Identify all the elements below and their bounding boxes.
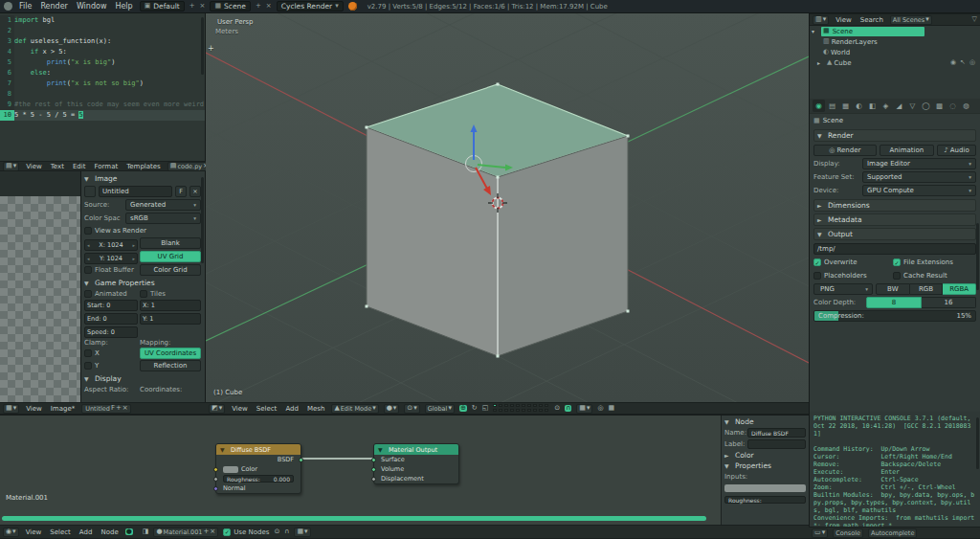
output-node-header[interactable]: ▼ Material Output: [374, 444, 458, 455]
translate-manipulator-icon[interactable]: ⊕: [459, 405, 467, 412]
animation-button[interactable]: Animation: [880, 145, 934, 156]
image-datablock[interactable]: Untitled F + ×: [81, 404, 131, 414]
layer-button[interactable]: [504, 409, 508, 412]
expand-icon[interactable]: ▾: [812, 28, 819, 34]
roughness-input-socket[interactable]: [213, 477, 218, 482]
menu-select[interactable]: Select: [48, 528, 73, 536]
app-icon[interactable]: [4, 2, 12, 11]
material-tab-icon[interactable]: ◯: [920, 100, 932, 112]
menu-format[interactable]: Format: [93, 163, 121, 170]
viewport-shading-select[interactable]: ● ▾: [384, 404, 400, 414]
node-editor[interactable]: ▼ Diffuse BSDF BSDF Color Roughness: 0.0…: [0, 415, 809, 525]
image-name-field[interactable]: Untitled: [99, 186, 172, 197]
modifiers-tab-icon[interactable]: ◢: [893, 100, 905, 112]
layer-button[interactable]: [545, 409, 548, 412]
layer-button[interactable]: [539, 409, 543, 412]
layer-button[interactable]: [527, 409, 531, 412]
generated-type-color-grid-button[interactable]: Color Grid: [140, 264, 201, 276]
menu-text[interactable]: Text: [49, 163, 66, 170]
color-mode-rgb-button[interactable]: RGB: [910, 283, 944, 295]
increment-icon[interactable]: ▸: [132, 256, 135, 261]
roughness-slider[interactable]: Roughness: 0.000: [223, 475, 294, 483]
decrement-icon[interactable]: ◂: [87, 242, 90, 248]
render-opengl-icon[interactable]: ◎: [597, 405, 603, 412]
text-editor[interactable]: 1import bgl23def useless_function(x):4 i…: [0, 13, 206, 161]
view-as-render-toggle[interactable]: View as Render: [84, 225, 201, 236]
layer-button[interactable]: [510, 409, 514, 412]
collapse-node-icon[interactable]: ▼: [378, 446, 386, 453]
menu-view[interactable]: View: [24, 528, 44, 536]
particles-tab-icon[interactable]: ◌: [947, 100, 959, 112]
use-nodes-toggle[interactable]: ✓ Use Nodes: [223, 528, 269, 536]
output-path-field[interactable]: /tmp/: [813, 243, 976, 255]
display-select[interactable]: Image Editor ▾: [862, 158, 976, 169]
color-mode-bw-button[interactable]: BW: [876, 283, 910, 295]
outliner-row-render-layers[interactable]: ▥ RenderLayers: [810, 36, 980, 47]
image-props-scrollbar[interactable]: [201, 177, 204, 263]
editor-type-3d-button[interactable]: ◩ ▾: [209, 404, 225, 414]
display-mode-select[interactable]: All Scenes ▾: [890, 15, 932, 25]
pin-icon[interactable]: ⊙: [274, 528, 279, 535]
layer-button[interactable]: [493, 409, 497, 412]
world-tab-icon[interactable]: ◐: [853, 100, 865, 112]
mapping-reflection-button[interactable]: Reflection: [140, 360, 201, 371]
source-select[interactable]: Generated ▾: [125, 199, 201, 211]
menu-add[interactable]: Add: [78, 528, 95, 536]
unlink-image-icon[interactable]: ×: [122, 405, 128, 412]
fake-user-icon[interactable]: F: [111, 405, 115, 412]
scene-tab-icon[interactable]: ▦: [839, 100, 852, 112]
feature-set-select[interactable]: Supported ▾: [862, 171, 976, 183]
decrement-icon[interactable]: ◂: [87, 256, 90, 261]
selectable-icon[interactable]: ↖: [960, 59, 966, 66]
code-line[interactable]: 5 print("x is big"): [0, 57, 205, 68]
width-field[interactable]: ◂ X: 1024 ▸: [84, 239, 138, 251]
texture-nodes-icon[interactable]: ◨: [143, 528, 149, 535]
surface-input-socket[interactable]: [371, 458, 376, 462]
tiles-y-field[interactable]: Y: 1: [140, 313, 201, 325]
menu-node[interactable]: Node: [99, 528, 120, 536]
object-data-tab-icon[interactable]: ▽: [906, 100, 919, 112]
increment-icon[interactable]: ▸: [132, 242, 135, 248]
add-scene-icon[interactable]: +: [256, 3, 261, 10]
hide-icon[interactable]: ◉: [950, 59, 956, 66]
layer-button[interactable]: [516, 404, 520, 407]
color-depth-16-button[interactable]: 16: [922, 297, 976, 308]
code-line[interactable]: 7 print("x is not so big"): [0, 79, 205, 89]
menu-add[interactable]: Add: [283, 405, 301, 413]
texture-tab-icon[interactable]: ▩: [933, 100, 946, 112]
close-scene-icon[interactable]: ×: [266, 3, 272, 10]
node-name-field[interactable]: Diffuse BSDF: [747, 428, 806, 438]
editor-type-image-button[interactable]: ▦ ▾: [3, 404, 19, 414]
file-extensions-toggle[interactable]: ✓ File Extensions: [893, 258, 976, 266]
colorspace-select[interactable]: sRGB ▾: [125, 213, 201, 224]
menu-view[interactable]: View: [230, 405, 250, 413]
collapse-node-icon[interactable]: ▼: [220, 446, 228, 453]
menu-file[interactable]: File: [17, 2, 33, 11]
scale-manipulator-icon[interactable]: ◱: [482, 405, 489, 412]
code-line[interactable]: 2: [0, 26, 205, 36]
material-datablock[interactable]: ● Material.001 + ×: [153, 528, 218, 537]
text-datablock[interactable]: ▤ code.py ×: [167, 162, 206, 171]
renderable-icon[interactable]: ◎: [969, 59, 975, 66]
diffuse-bsdf-node[interactable]: ▼ Diffuse BSDF BSDF Color Roughness: 0.0…: [215, 443, 301, 494]
render-tab-icon[interactable]: ◉: [813, 100, 825, 112]
render-button[interactable]: ◎ Render: [813, 145, 877, 156]
animated-toggle[interactable]: Animated: [84, 290, 138, 298]
python-console[interactable]: PYTHON INTERACTIVE CONSOLE 3.7.1 (defaul…: [809, 412, 980, 527]
lock-icon[interactable]: ⊙: [554, 405, 560, 412]
menu-templates[interactable]: Templates: [124, 163, 163, 170]
unlink-material-icon[interactable]: ×: [210, 528, 215, 535]
layer-button[interactable]: [539, 404, 543, 407]
normal-input-socket[interactable]: [213, 486, 218, 491]
code-line[interactable]: 1import bgl: [0, 15, 205, 26]
layer-button[interactable]: [499, 409, 502, 412]
float-buffer-toggle[interactable]: Float Buffer: [84, 266, 138, 274]
console-scrollbar[interactable]: [976, 417, 979, 469]
render-panel-header[interactable]: ▼ Render: [813, 129, 976, 142]
editor-type-node-button[interactable]: ◉ ▾: [3, 528, 19, 537]
add-layout-icon[interactable]: +: [189, 3, 195, 10]
audio-button[interactable]: ♪ Audio: [937, 145, 976, 156]
end-field[interactable]: End: 0: [84, 313, 138, 325]
dimensions-panel-header[interactable]: ► Dimensions: [813, 199, 976, 212]
menu-help[interactable]: Help: [113, 2, 134, 11]
